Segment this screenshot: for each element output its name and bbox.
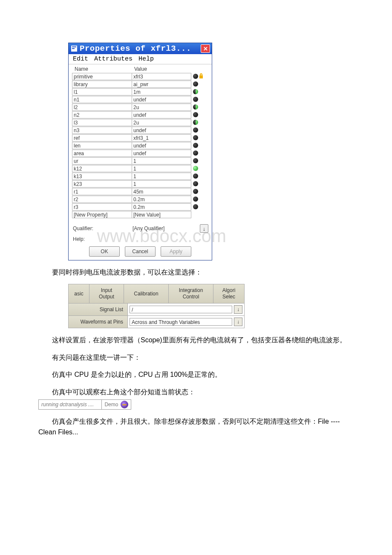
waveforms-input[interactable]: Across and Through Variables [130, 318, 232, 326]
property-row[interactable]: k121 [72, 165, 208, 172]
property-name[interactable]: k13 [72, 173, 132, 180]
property-row[interactable]: l32u [72, 119, 208, 126]
tab-asic[interactable]: asic [69, 284, 89, 303]
property-value[interactable]: undef [132, 96, 191, 103]
property-status [191, 189, 208, 194]
ok-button[interactable]: OK [89, 246, 120, 257]
property-row[interactable]: n3undef [72, 126, 208, 134]
status-dot-icon [193, 74, 198, 79]
close-icon[interactable]: ✕ [201, 44, 210, 53]
property-row[interactable]: primitivexfrl3 [72, 72, 208, 80]
tab-calibration[interactable]: Calibration [124, 284, 169, 303]
property-name[interactable]: l1 [72, 88, 132, 95]
property-value[interactable]: undef [132, 127, 191, 134]
paragraph: 仿真会产生很多文件，并且很大。除非想保存波形数据，否则可以不定期清理这些文件：F… [38, 416, 354, 438]
property-status [191, 173, 208, 179]
tab-input-output[interactable]: InputOutput [89, 284, 124, 303]
property-status [191, 112, 208, 117]
property-row[interactable]: n2undef [72, 111, 208, 119]
property-row[interactable]: r30.2m [72, 203, 208, 211]
property-row[interactable]: [New Property][New Value] [72, 211, 208, 218]
property-name[interactable]: r3 [72, 203, 132, 211]
col-name: Name [73, 66, 134, 72]
property-status [191, 89, 208, 94]
window-icon [71, 46, 77, 52]
property-status [191, 135, 208, 140]
waveforms-dropdown-icon[interactable]: ↓ [234, 318, 242, 326]
property-row[interactable]: r20.2m [72, 195, 208, 203]
menu-attributes[interactable]: Attributes [94, 55, 133, 63]
property-value[interactable]: 1 [132, 165, 191, 172]
menu-help[interactable]: Help [138, 55, 154, 63]
property-name[interactable]: n3 [72, 127, 132, 134]
status-dot-icon [193, 204, 198, 209]
property-name[interactable]: library [72, 81, 132, 88]
property-row[interactable]: l11m [72, 88, 208, 95]
status-dot-icon [193, 150, 198, 156]
property-status [191, 204, 208, 209]
property-name[interactable]: r2 [72, 196, 132, 203]
property-name[interactable]: l2 [72, 104, 132, 111]
paragraph: 仿真中 CPU 是全力以赴的，CPU 占用 100%是正常的。 [38, 370, 354, 380]
status-dot-icon [193, 166, 198, 171]
property-row[interactable]: l22u [72, 103, 208, 111]
property-name[interactable]: n1 [72, 96, 132, 103]
signal-list-input[interactable]: / [130, 306, 232, 313]
property-name[interactable]: ur [72, 157, 132, 165]
property-row[interactable]: ur1 [72, 157, 208, 165]
property-value[interactable]: 0.2m [132, 203, 191, 211]
status-dot-icon [193, 120, 198, 125]
status-demo-label: Demo [104, 402, 118, 408]
property-value[interactable]: xfrl3 [132, 73, 191, 80]
property-status [191, 120, 208, 125]
signal-list-dropdown-icon[interactable]: ↓ [234, 305, 242, 314]
property-row[interactable]: k231 [72, 180, 208, 188]
cancel-button[interactable]: Cancel [125, 246, 156, 257]
property-value[interactable]: 0.2m [132, 196, 191, 203]
property-value[interactable]: 1m [132, 88, 191, 95]
property-value[interactable]: 1 [132, 173, 191, 180]
property-name[interactable]: k12 [72, 165, 132, 172]
property-value[interactable]: 1 [132, 157, 191, 165]
apply-button[interactable]: Apply [161, 246, 191, 257]
property-name[interactable]: ref [72, 134, 132, 142]
tab-integration-control[interactable]: IntegrationControl [169, 284, 213, 303]
status-bar: running dctranalysis .... Demo [38, 399, 131, 410]
property-value[interactable]: xfrl3_1 [132, 134, 191, 142]
property-name[interactable]: n2 [72, 111, 132, 119]
property-value[interactable]: 2u [132, 119, 191, 126]
property-name[interactable]: [New Property] [72, 211, 132, 218]
property-row[interactable]: libraryai_pwr [72, 80, 208, 88]
property-name[interactable]: r1 [72, 188, 132, 195]
title-bar[interactable]: Properties of xfrl3... ✕ [69, 43, 212, 54]
status-dot-icon [193, 197, 198, 202]
property-row[interactable]: r145m [72, 188, 208, 195]
property-name[interactable]: len [72, 142, 132, 149]
property-value[interactable]: ai_pwr [132, 81, 191, 88]
property-row[interactable]: k131 [72, 172, 208, 180]
lock-icon [199, 73, 203, 80]
menu-edit[interactable]: Edit [73, 55, 88, 63]
property-value[interactable]: undef [132, 142, 191, 149]
property-status [191, 158, 208, 163]
property-name[interactable]: primitive [72, 73, 132, 80]
property-row[interactable]: refxfrl3_1 [72, 134, 208, 142]
property-row[interactable]: lenundef [72, 142, 208, 149]
property-value[interactable]: 2u [132, 104, 191, 111]
status-dot-icon [193, 189, 198, 194]
property-row[interactable]: areaundef [72, 149, 208, 157]
property-value[interactable]: undef [132, 111, 191, 119]
property-status [191, 181, 208, 186]
property-name[interactable]: k23 [72, 180, 132, 188]
property-row[interactable]: n1undef [72, 95, 208, 103]
status-dot-icon [193, 135, 198, 140]
property-value[interactable]: undef [132, 150, 191, 157]
menu-bar: Edit Attributes Help [69, 54, 212, 64]
property-value[interactable]: 1 [132, 180, 191, 188]
property-value[interactable]: 45m [132, 188, 191, 195]
property-value[interactable]: [New Value] [132, 211, 191, 218]
property-name[interactable]: area [72, 150, 132, 157]
tab-algorithm[interactable]: AlgoriSelec [213, 284, 244, 303]
property-name[interactable]: l3 [72, 119, 132, 126]
property-status [191, 150, 208, 156]
